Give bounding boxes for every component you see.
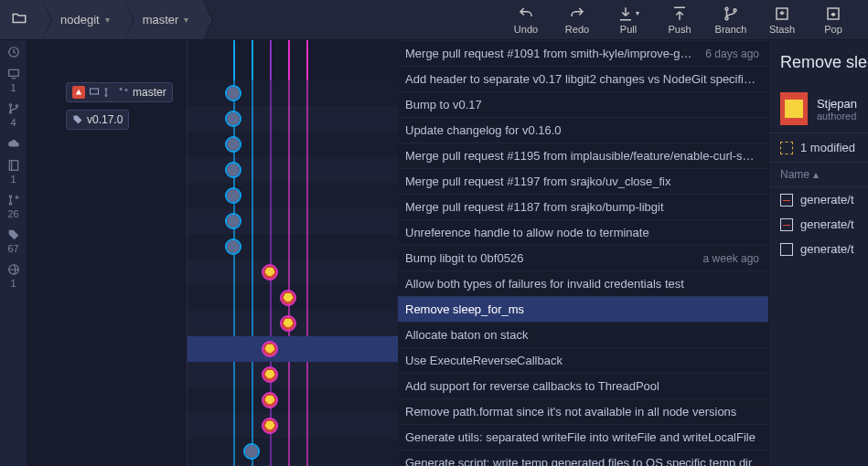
rail-clock[interactable] — [7, 46, 20, 58]
rail-monitor[interactable]: 1 — [7, 68, 20, 93]
commit-message: Generate utils: separated writeFile into… — [405, 430, 759, 444]
commit-message: Allocate baton on stack — [405, 328, 759, 342]
commit-row[interactable]: Allocate baton on stack — [398, 322, 768, 347]
file-name: generate/t — [800, 193, 854, 207]
redo-button[interactable]: Redo — [552, 0, 603, 39]
file-item[interactable]: generate/t — [769, 212, 868, 237]
commit-row[interactable]: Allow both types of failures for invalid… — [398, 270, 768, 296]
commit-row[interactable]: Generate script: write temp generated fi… — [398, 450, 768, 466]
file-item[interactable]: generate/t — [769, 187, 868, 212]
commit-message: Add header to separate v0.17 libgit2 cha… — [405, 72, 759, 86]
commit-message: Use ExecuteReverseCallback — [405, 354, 759, 367]
file-name: generate/t — [800, 242, 854, 256]
commit-detail-panel: Remove slee Stjepan authored 1 modified … — [768, 40, 868, 466]
branch-button[interactable]: Branch — [705, 0, 756, 39]
commit-node-author-icon[interactable] — [262, 392, 278, 408]
push-button[interactable]: Push — [654, 0, 705, 39]
commit-message: Update changelog for v0.16.0 — [405, 123, 759, 137]
file-col-header[interactable]: Name ▴ — [769, 163, 868, 187]
pop-button[interactable]: Pop — [808, 0, 859, 39]
row-ribbon — [188, 106, 398, 132]
commit-row[interactable]: Update changelog for v0.16.0 — [398, 117, 768, 143]
commit-row[interactable]: Merge pull request #1195 from implausibl… — [398, 143, 768, 168]
branch-name: master — [143, 13, 179, 26]
repo-crumb[interactable]: nodegit ▾ — [42, 0, 124, 39]
commit-row[interactable]: Bump libgit to 0bf0526a week ago — [398, 245, 768, 270]
row-ribbon — [188, 234, 398, 259]
stash-button[interactable]: Stash — [756, 0, 808, 39]
commit-row[interactable]: Add support for reverse callbacks to Thr… — [398, 373, 768, 398]
commit-row[interactable]: Unreference handle to allow node to term… — [398, 219, 768, 245]
sort-icon: ▴ — [813, 168, 819, 181]
commit-list: Merge pull request #1091 from smith-kyle… — [398, 40, 768, 466]
file-list: generate/tgenerate/tgenerate/t — [769, 187, 868, 261]
deleted-icon — [780, 194, 793, 207]
modified-icon — [780, 243, 793, 256]
commit-message: Bump to v0.17 — [405, 98, 759, 111]
undo-button[interactable]: Undo — [500, 0, 552, 39]
tag-icon — [72, 114, 83, 125]
commit-row[interactable]: Merge pull request #1091 from smith-kyle… — [398, 40, 768, 66]
rail-branches[interactable]: 26 — [7, 194, 20, 219]
ref-tag-v017[interactable]: v0.17.0 — [66, 110, 129, 130]
repo-picker[interactable] — [0, 0, 42, 39]
svg-point-11 — [9, 196, 11, 197]
commit-node-author-icon[interactable] — [262, 418, 278, 434]
commit-node-avatar[interactable] — [225, 213, 241, 229]
commit-node-author-icon[interactable] — [262, 366, 278, 383]
commit-row[interactable]: Merge pull request #1187 from srajko/bum… — [398, 194, 768, 219]
commit-graph-panel: master v0.17.0 Merge pull request #1091 … — [27, 40, 768, 466]
commit-node-author-icon[interactable] — [280, 290, 296, 306]
commit-node-author-icon[interactable] — [262, 341, 278, 357]
ref-master[interactable]: master — [66, 82, 173, 102]
svg-point-12 — [9, 203, 11, 205]
svg-point-13 — [16, 196, 17, 198]
svg-point-17 — [105, 95, 107, 97]
commit-row[interactable]: Remove path.format since it's not availa… — [398, 398, 768, 424]
branch-icon — [118, 87, 129, 98]
commit-node-avatar[interactable] — [225, 111, 241, 127]
row-ribbon — [188, 413, 398, 439]
commit-node-avatar[interactable] — [225, 85, 241, 101]
commit-row[interactable]: Remove sleep_for_ms — [398, 296, 768, 322]
commit-node-avatar[interactable] — [225, 187, 241, 204]
folder-icon — [11, 10, 27, 30]
deleted-icon — [780, 218, 793, 231]
commit-node-author-icon[interactable] — [280, 315, 296, 332]
row-ribbon — [188, 387, 398, 413]
detail-title: Remove slee — [769, 40, 868, 85]
commit-time: a week ago — [703, 252, 759, 265]
svg-rect-6 — [8, 69, 18, 76]
rail-repo[interactable]: 1 — [7, 159, 20, 185]
commit-message: Merge pull request #1197 from srajko/uv_… — [405, 175, 759, 188]
commit-message: Add support for reverse callbacks to Thr… — [405, 379, 759, 393]
commit-time: 6 days ago — [705, 48, 759, 60]
rail-cloud[interactable] — [7, 137, 20, 150]
modified-icon — [780, 142, 793, 154]
commit-message: Merge pull request #1195 from implausibl… — [405, 149, 759, 163]
modified-summary[interactable]: 1 modified — [769, 132, 868, 163]
commit-row[interactable]: Use ExecuteReverseCallback — [398, 347, 768, 373]
pull-button[interactable]: ▾ Pull — [603, 0, 654, 39]
commit-row[interactable]: Add header to separate v0.17 libgit2 cha… — [398, 66, 768, 91]
svg-point-1 — [725, 16, 728, 19]
repo-name: nodegit — [60, 13, 100, 26]
commit-row[interactable]: Merge pull request #1197 from srajko/uv_… — [398, 168, 768, 194]
commit-message: Unreference handle to allow node to term… — [405, 226, 759, 239]
commit-node-avatar[interactable] — [243, 443, 260, 460]
row-ribbon — [188, 439, 398, 464]
commit-row[interactable]: Bump to v0.17 — [398, 91, 768, 117]
branch-crumb[interactable]: master ▾ — [124, 0, 204, 39]
rail-local[interactable]: 4 — [7, 102, 20, 128]
file-item[interactable]: generate/t — [769, 237, 868, 261]
row-ribbon — [188, 80, 398, 106]
commit-message: Merge pull request #1187 from srajko/bum… — [405, 200, 759, 214]
commit-node-avatar[interactable] — [225, 162, 241, 178]
commit-row[interactable]: Generate utils: separated writeFile into… — [398, 424, 768, 450]
pull-icon — [617, 5, 634, 22]
rail-tags[interactable]: 67 — [7, 228, 20, 254]
commit-node-avatar[interactable] — [225, 238, 241, 255]
commit-node-avatar[interactable] — [225, 136, 241, 153]
commit-node-author-icon[interactable] — [262, 264, 278, 281]
rail-remotes[interactable]: 1 — [7, 263, 20, 289]
